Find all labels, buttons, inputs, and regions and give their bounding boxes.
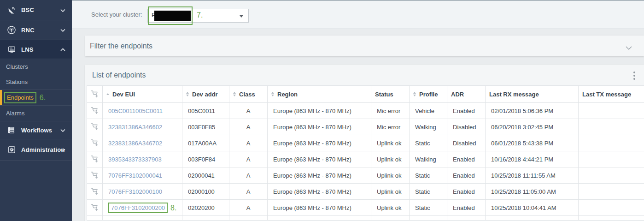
sidebar-item-label: Workflows xyxy=(21,127,52,134)
cart-arrow-up-icon xyxy=(91,90,99,98)
column-header-adr[interactable]: ADR xyxy=(447,86,486,103)
class-cell: A xyxy=(229,151,268,167)
class-cell: A xyxy=(229,103,268,119)
dev-eui-link[interactable]: 323831386A346602 xyxy=(108,124,162,131)
dev-addr-cell: 02000041 xyxy=(182,167,229,184)
dev-eui-link[interactable]: 323831386A346702 xyxy=(108,140,162,147)
profile-cell: Vehicle xyxy=(410,103,447,119)
last-rx-cell: 10/25/2018 10:04:41 AM xyxy=(486,200,579,216)
cluster-select[interactable]: P 7. xyxy=(147,9,249,23)
adr-cell: Disabled xyxy=(447,135,486,151)
kebab-menu-icon[interactable] xyxy=(632,70,637,81)
table-row: 7076FF3102000100 02000100 A Europe (863 … xyxy=(87,184,644,200)
sidebar-item-workflows[interactable]: Workflows xyxy=(0,121,72,139)
status-cell: Uplink ok xyxy=(371,167,410,184)
sidebar-item-bsc[interactable]: BSC xyxy=(0,0,72,20)
column-header-dev-eui[interactable]: Dev EUI xyxy=(103,86,182,103)
filter-endpoints-panel[interactable]: Filter the endpoints xyxy=(85,36,644,56)
profile-cell: Walking xyxy=(410,151,447,167)
status-cell: Uplink ok xyxy=(371,184,410,200)
dev-eui-cell: 3935343373337903 xyxy=(103,151,182,167)
profile-cell: Static xyxy=(410,200,447,216)
endpoints-table: Dev EUI Dev addr Class Region Status Pro… xyxy=(87,85,644,221)
sidebar-item-label: Alarms xyxy=(6,110,24,117)
list-endpoints-panel: List of endpoints Dev EUI xyxy=(85,65,644,221)
cart-cell xyxy=(87,119,103,135)
dev-eui-link[interactable]: 005C0011005C0011 xyxy=(108,108,163,114)
cart-cell xyxy=(87,184,103,200)
profile-cell: Static xyxy=(410,184,447,200)
cart-plus-icon[interactable] xyxy=(91,138,99,147)
class-cell: A xyxy=(229,200,268,216)
chevron-up-icon xyxy=(60,46,65,53)
dev-addr-cell: 003F0F84 xyxy=(182,151,229,167)
sidebar-item-alarms[interactable]: Alarms xyxy=(0,106,72,121)
region-cell: Europe (863 MHz - 870 MHz) xyxy=(268,103,371,119)
last-tx-cell xyxy=(579,103,644,119)
annotation-number: 7. xyxy=(197,11,203,19)
cluster-select-label: Select your cluster: xyxy=(91,1,142,29)
cart-cell xyxy=(87,200,103,216)
sidebar-item-label: Endpoints xyxy=(7,94,34,101)
topbar: Select your cluster: P 7. xyxy=(72,0,644,29)
column-header-cart[interactable] xyxy=(87,86,103,103)
active-item-indicator xyxy=(0,90,2,105)
status-cell: Uplink ok xyxy=(371,151,410,167)
class-cell: A xyxy=(229,184,268,200)
sidebar-item-rnc[interactable]: RNC xyxy=(0,20,72,40)
class-cell: A xyxy=(229,167,268,184)
last-tx-cell xyxy=(579,151,644,167)
column-header-class[interactable]: Class xyxy=(229,86,268,103)
chevron-down-icon[interactable] xyxy=(626,44,632,52)
dev-eui-cell: 323831386A346602 xyxy=(103,119,182,135)
column-header-last-rx[interactable]: Last RX message xyxy=(486,86,579,103)
chevron-down-icon xyxy=(60,6,65,13)
column-header-region[interactable]: Region xyxy=(268,86,371,103)
cart-plus-icon[interactable] xyxy=(91,187,99,195)
cart-plus-icon[interactable] xyxy=(91,155,99,163)
cart-plus-icon[interactable] xyxy=(91,122,99,131)
server-icon xyxy=(7,45,16,54)
column-header-last-tx[interactable]: Last TX message xyxy=(579,86,644,103)
dev-eui-link[interactable]: 7076FF3102000100 xyxy=(108,188,162,195)
region-cell: Europe (863 MHz - 870 MHz) xyxy=(268,167,371,184)
annotation-box: Endpoints xyxy=(4,92,36,103)
sort-icon xyxy=(413,92,416,96)
dev-eui-link[interactable]: 7076FF3102000200 xyxy=(111,204,165,211)
profile-cell: Static xyxy=(410,167,447,184)
filter-panel-title: Filter the endpoints xyxy=(85,42,152,50)
class-cell: A xyxy=(229,135,268,151)
last-rx-cell: 02/01/2018 5:06:36 PM xyxy=(486,103,579,119)
column-header-status[interactable]: Status xyxy=(371,86,410,103)
sidebar-item-label: LNS xyxy=(21,46,34,53)
region-cell: Europe (863 MHz - 870 MHz) xyxy=(268,135,371,151)
sidebar-item-label: BSC xyxy=(21,6,34,13)
sidebar-item-lns[interactable]: LNS xyxy=(0,40,72,59)
sidebar-item-stations[interactable]: Stations xyxy=(0,74,72,90)
cart-cell xyxy=(87,167,103,184)
dev-addr-cell: 02000100 xyxy=(182,184,229,200)
sidebar-item-endpoints[interactable]: Endpoints 6. xyxy=(0,90,72,106)
table-header-row: Dev EUI Dev addr Class Region Status Pro… xyxy=(87,86,644,103)
dev-eui-cell: 7076FF3102000100 xyxy=(103,184,182,200)
sidebar-item-administration[interactable]: Administration xyxy=(0,139,72,161)
column-header-dev-addr[interactable]: Dev addr xyxy=(182,86,229,103)
sort-icon xyxy=(271,92,274,96)
region-cell: Europe (863 MHz - 870 MHz) xyxy=(268,200,371,216)
sidebar-item-label: Clusters xyxy=(6,63,28,70)
cart-plus-icon[interactable] xyxy=(91,106,99,114)
dev-eui-link[interactable]: 7076FF3102000041 xyxy=(108,172,162,179)
column-header-profile[interactable]: Profile xyxy=(410,86,447,103)
last-tx-cell xyxy=(579,167,644,184)
sidebar-item-label: Administration xyxy=(21,146,65,153)
sidebar-item-clusters[interactable]: Clusters xyxy=(0,59,72,74)
last-tx-cell xyxy=(579,119,644,135)
cart-plus-icon[interactable] xyxy=(91,203,99,211)
dev-eui-cell: 323831386A346702 xyxy=(103,135,182,151)
region-cell: Europe (863 MHz - 870 MHz) xyxy=(268,119,371,135)
cart-plus-icon[interactable] xyxy=(91,171,99,179)
status-cell: Mic error xyxy=(371,119,410,135)
dev-eui-link[interactable]: 3935343373337903 xyxy=(108,156,162,163)
last-rx-cell: 06/20/2018 3:02:45 PM xyxy=(486,119,579,135)
dev-eui-cell: 7076FF31020002008. xyxy=(103,200,182,216)
